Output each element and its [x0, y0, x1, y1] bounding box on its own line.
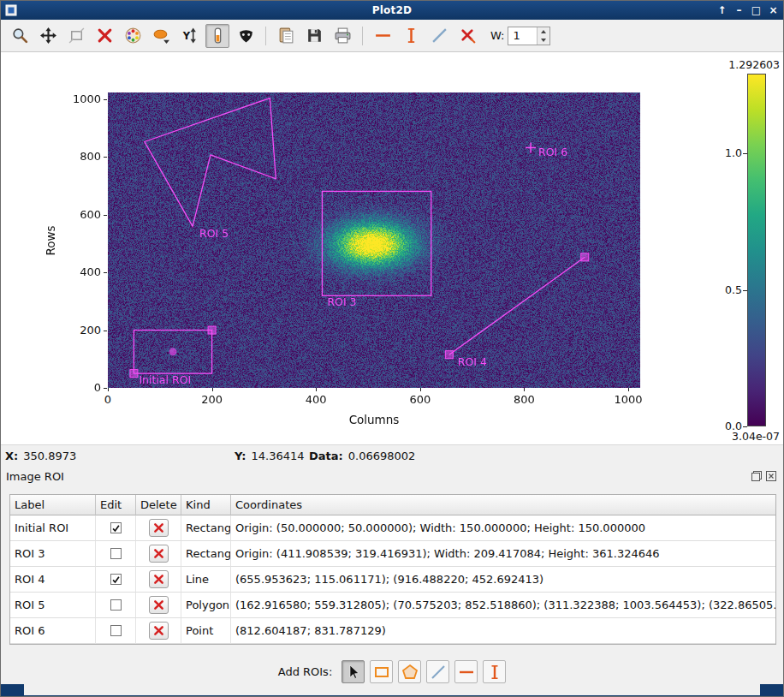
spin-up-button[interactable]	[538, 27, 549, 36]
roi-label-cell[interactable]: ROI 3	[10, 541, 96, 567]
add-roi-polygon-button[interactable]	[398, 660, 421, 683]
delete-roi-button[interactable]	[149, 570, 169, 588]
add-roi-pointer-button[interactable]	[342, 660, 365, 683]
y-tick-label: 1000	[52, 92, 101, 105]
reset-zoom-button[interactable]	[64, 24, 88, 48]
maximize-button[interactable]: □	[751, 4, 762, 16]
vertical-profile-button[interactable]	[399, 24, 423, 48]
rectangle-icon	[373, 664, 390, 681]
roi-coordinates-cell: (655.953623; 115.061171); (916.488220; 4…	[231, 567, 775, 593]
edit-cell	[96, 541, 136, 567]
edit-cell	[96, 618, 136, 644]
zoom-mode-button[interactable]	[8, 24, 32, 48]
y-axis-orientation-button[interactable]: Y	[177, 24, 201, 48]
edit-checkbox[interactable]	[110, 574, 122, 585]
roi-shape[interactable]	[449, 257, 585, 354]
column-header: Edit	[96, 495, 136, 515]
vertical-line-icon	[402, 27, 420, 45]
edit-checkbox[interactable]	[110, 522, 122, 533]
roi-kind-cell: Rectangle	[181, 541, 231, 567]
line-profile-button[interactable]	[427, 24, 451, 48]
mask-tool-button[interactable]	[234, 24, 258, 48]
y-tick-label: 0	[52, 381, 101, 394]
horizontal-line-icon	[374, 27, 392, 45]
reset-zoom-icon	[68, 27, 86, 45]
toolbar-separator	[362, 27, 363, 45]
print-button[interactable]	[330, 24, 354, 48]
y-axis-label: Rows	[44, 225, 57, 255]
clear-plot-button[interactable]	[92, 24, 116, 48]
roi-label: Initial ROI	[139, 373, 191, 386]
dock-float-button[interactable]	[751, 470, 763, 482]
x-tick-label: 1000	[609, 393, 648, 406]
delete-roi-button[interactable]	[149, 596, 169, 614]
horizontal-profile-button[interactable]	[371, 24, 395, 48]
clear-profile-button[interactable]	[455, 24, 479, 48]
x-tickmark	[108, 388, 109, 391]
pan-mode-button[interactable]	[36, 24, 60, 48]
delete-roi-button[interactable]	[149, 519, 169, 537]
dock-close-button[interactable]	[765, 470, 777, 482]
y-tick-label: 800	[52, 150, 101, 163]
red-x-icon	[152, 573, 165, 586]
colorbar-tickmark	[743, 426, 747, 427]
x-tick-label: 0	[88, 393, 128, 406]
delete-roi-button[interactable]	[149, 622, 169, 640]
colormap-button[interactable]	[121, 24, 145, 48]
roi-center-handle[interactable]	[169, 348, 177, 355]
table-row: ROI 6Point(812.604187; 831.787129)	[10, 618, 775, 644]
roi-label-cell[interactable]: Initial ROI	[10, 515, 96, 541]
roi-shape[interactable]	[145, 98, 276, 227]
roi-kind-cell: Rectangle	[181, 515, 231, 541]
delete-cell	[136, 515, 181, 541]
x-tick-label: 600	[401, 393, 440, 406]
roi-label-cell[interactable]: ROI 5	[10, 593, 96, 618]
edit-checkbox[interactable]	[110, 599, 122, 611]
table-row: Initial ROIRectangleOrigin: (50.000000; …	[10, 515, 775, 541]
x-tickmark	[420, 388, 421, 391]
delete-roi-button[interactable]	[149, 545, 169, 563]
roi-label-cell[interactable]: ROI 4	[10, 567, 96, 593]
edit-checkbox[interactable]	[110, 625, 122, 636]
add-roi-rectangle-button[interactable]	[370, 660, 393, 683]
edit-cell	[96, 593, 136, 618]
close-button[interactable]: ×	[768, 4, 779, 16]
roi-overlay[interactable]: Initial ROIROI 3ROI 4ROI 5ROI 6	[108, 92, 640, 388]
svg-text:Y: Y	[181, 30, 190, 42]
edit-checkbox[interactable]	[110, 548, 122, 559]
roi-shape[interactable]	[322, 191, 431, 295]
polygon-icon	[401, 664, 419, 681]
roi-handle[interactable]	[581, 253, 589, 261]
y-tickmark	[104, 272, 107, 273]
pan-arrows-icon	[39, 27, 57, 45]
roi-handle[interactable]	[208, 326, 216, 334]
roi-handle[interactable]	[130, 370, 138, 378]
add-roi-line-button[interactable]	[426, 660, 449, 683]
add-rois-label: Add ROIs:	[278, 665, 333, 678]
copy-snapshot-button[interactable]	[274, 24, 298, 48]
spin-down-button[interactable]	[538, 36, 549, 45]
table-row: ROI 5Polygon(162.916580; 559.312805); (7…	[10, 593, 775, 618]
cursor-icon	[345, 664, 362, 681]
x-axis-label: Columns	[108, 413, 640, 426]
roi-label-cell[interactable]: ROI 6	[10, 618, 96, 644]
profile-width-spinbox[interactable]: 1	[508, 27, 550, 45]
roi-handle[interactable]	[445, 351, 453, 359]
x-label: X:	[5, 450, 18, 462]
shape-tool-button[interactable]	[149, 24, 173, 48]
shade-button[interactable]: ↑	[716, 4, 728, 16]
colorbar-min-value: 3.04e-07	[732, 430, 780, 443]
profile-width-value[interactable]: 1	[513, 29, 520, 42]
diagonal-line-icon	[431, 27, 448, 45]
save-button[interactable]	[302, 24, 326, 48]
colorbar-gradient[interactable]	[747, 74, 766, 426]
cursor-data-readout: Data:0.06698002	[309, 450, 415, 462]
titlebar[interactable]: Plot2D ↑ – □ ×	[1, 1, 783, 20]
profile-width-group: W: 1	[490, 27, 550, 45]
add-roi-vline-button[interactable]	[483, 660, 506, 683]
y-tickmark	[104, 215, 107, 216]
y-tick-label: 400	[52, 265, 101, 278]
add-roi-hline-button[interactable]	[454, 660, 478, 683]
minimize-button[interactable]: –	[734, 4, 745, 16]
colorbar-toggle-button[interactable]	[205, 24, 229, 48]
